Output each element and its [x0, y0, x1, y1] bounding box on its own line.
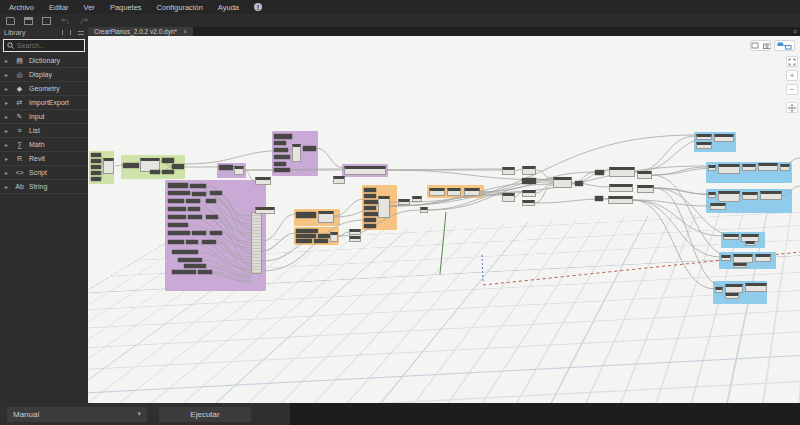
graph-node[interactable]: [608, 196, 633, 204]
graph-node[interactable]: [637, 171, 652, 179]
tabstrip-menu-icon[interactable]: ≡: [793, 27, 797, 36]
menu-ver[interactable]: Ver: [84, 3, 95, 12]
graph-node[interactable]: [296, 234, 316, 238]
graph-node[interactable]: [420, 207, 428, 213]
graph-node[interactable]: [172, 250, 198, 254]
expander-icon[interactable]: ▸: [5, 169, 10, 176]
sidebar-item-dictionary[interactable]: ▸▤Dictionary: [0, 54, 88, 68]
graph-node[interactable]: [364, 194, 376, 198]
graph-node[interactable]: [609, 184, 633, 192]
camera-export-icon[interactable]: [763, 42, 771, 49]
undo-icon[interactable]: [60, 17, 70, 25]
expander-icon[interactable]: ▸: [5, 57, 10, 64]
sidebar-item-script[interactable]: ▸<>Script: [0, 166, 88, 180]
graph-node[interactable]: [186, 240, 198, 244]
library-dock-icon[interactable]: [62, 30, 67, 35]
library-search[interactable]: [3, 39, 85, 52]
sidebar-item-importexport[interactable]: ▸⇄ImportExport: [0, 96, 88, 110]
graph-node[interactable]: [710, 203, 726, 210]
graph-node[interactable]: [91, 165, 101, 169]
search-input[interactable]: [17, 42, 77, 49]
graph-node[interactable]: [522, 178, 536, 184]
graph-node[interactable]: [595, 196, 603, 201]
sidebar-item-string[interactable]: ▸AbString: [0, 180, 88, 194]
graph-node[interactable]: [162, 158, 174, 163]
graph-node[interactable]: [364, 218, 376, 222]
graph-node[interactable]: [162, 170, 174, 174]
graph-node[interactable]: [91, 159, 101, 163]
graph-node[interactable]: [210, 231, 222, 235]
tab-crearplanos[interactable]: CrearPlanos_2.0.2 v2.0.dyn* ×: [88, 27, 193, 36]
graph-node[interactable]: [123, 163, 139, 168]
graph-node[interactable]: [318, 234, 330, 238]
graph-node[interactable]: [502, 193, 515, 202]
graph-node[interactable]: [168, 215, 186, 219]
run-button[interactable]: Ejecutar: [159, 407, 251, 422]
graph-node[interactable]: [609, 167, 635, 177]
library-menu-icon[interactable]: [78, 31, 84, 35]
graph-node[interactable]: [150, 170, 160, 174]
graph-node[interactable]: [733, 263, 747, 268]
graph-node[interactable]: [186, 199, 200, 203]
graph-node[interactable]: [522, 166, 536, 175]
graph-node[interactable]: [364, 212, 378, 216]
graph-node[interactable]: [206, 215, 218, 219]
zoom-out-button[interactable]: −: [786, 84, 798, 95]
expander-icon[interactable]: ▸: [5, 127, 10, 134]
graph-node[interactable]: [696, 142, 712, 149]
graph-node[interactable]: [303, 146, 316, 151]
graph-node[interactable]: [210, 191, 222, 195]
graph-node[interactable]: [192, 231, 206, 235]
graph-node[interactable]: [398, 199, 410, 205]
graph-node[interactable]: [464, 188, 480, 196]
graph-node[interactable]: [637, 185, 654, 193]
expander-icon[interactable]: ▸: [5, 183, 10, 190]
geometry-preview-icon[interactable]: [751, 42, 759, 49]
graph-node[interactable]: [760, 191, 782, 200]
menu-configuración[interactable]: Configuración: [157, 3, 203, 12]
graph-node[interactable]: [364, 224, 376, 228]
graph-node[interactable]: [758, 163, 778, 171]
graph-node[interactable]: [274, 141, 286, 145]
graph-node[interactable]: [184, 264, 206, 268]
graph-node[interactable]: [742, 164, 756, 171]
new-file-icon[interactable]: [6, 17, 15, 25]
graph-node[interactable]: [251, 212, 262, 274]
graph-node[interactable]: [447, 188, 461, 196]
graph-node[interactable]: [274, 168, 290, 172]
expander-icon[interactable]: ▸: [5, 85, 10, 92]
fit-view-button[interactable]: [786, 56, 798, 67]
graph-node[interactable]: [168, 223, 188, 227]
graph-node[interactable]: [168, 240, 184, 244]
graph-node[interactable]: [349, 236, 361, 242]
expander-icon[interactable]: ▸: [5, 99, 10, 106]
graph-node[interactable]: [318, 211, 334, 223]
graph-node[interactable]: [91, 153, 101, 157]
graph-node[interactable]: [168, 183, 188, 188]
pan-button[interactable]: [786, 102, 798, 113]
graph-node[interactable]: [708, 165, 716, 171]
sidebar-item-display[interactable]: ▸◎Display: [0, 68, 88, 82]
graph-node[interactable]: [274, 155, 290, 159]
graph-node[interactable]: [255, 177, 271, 185]
graph-node[interactable]: [91, 171, 101, 175]
graph-node[interactable]: [364, 200, 378, 204]
graph-node[interactable]: [575, 181, 583, 186]
sidebar-item-revit[interactable]: ▸RRevit: [0, 152, 88, 166]
graph-node[interactable]: [502, 167, 515, 175]
graph-node[interactable]: [755, 254, 771, 262]
graph-node[interactable]: [296, 229, 318, 233]
graph-node[interactable]: [274, 134, 292, 139]
graph-node[interactable]: [178, 258, 202, 262]
graph-node[interactable]: [206, 199, 216, 203]
graph-node[interactable]: [172, 270, 196, 274]
graph-node[interactable]: [723, 234, 739, 240]
graph-node[interactable]: [378, 196, 390, 218]
graph-node[interactable]: [192, 192, 206, 196]
graph-node[interactable]: [255, 207, 275, 214]
sidebar-item-math[interactable]: ▸∑Math: [0, 138, 88, 152]
graph-node[interactable]: [188, 215, 202, 219]
graph-node[interactable]: [198, 270, 212, 274]
sidebar-item-list[interactable]: ▸≡List: [0, 124, 88, 138]
graph-canvas[interactable]: + −: [88, 36, 800, 403]
